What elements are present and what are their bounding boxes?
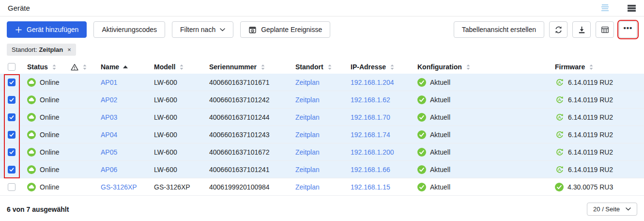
device-name-link[interactable]: GS-3126XP [101, 183, 137, 191]
column-header-alerts[interactable] [65, 63, 95, 71]
column-label-firmware: Firmware [555, 63, 585, 71]
column-header-status[interactable]: Status [21, 63, 65, 71]
columns-config-button[interactable] [596, 21, 614, 38]
row-checkbox[interactable] [8, 113, 15, 121]
serial-cell: 4006601637101672 [203, 148, 290, 156]
device-name-link[interactable]: AP02 [101, 96, 117, 104]
column-header-config[interactable]: Konfiguration [412, 63, 549, 71]
row-checkbox[interactable] [8, 166, 15, 174]
site-link[interactable]: Zeitplan [295, 113, 320, 121]
firmware-auto-update-icon [555, 147, 564, 157]
refresh-button[interactable] [549, 21, 567, 38]
calendar-clock-icon [248, 26, 257, 34]
site-link[interactable]: Zeitplan [295, 96, 320, 104]
config-check-icon [417, 78, 426, 87]
chevron-down-icon [626, 207, 631, 211]
column-header-firmware[interactable]: Firmware [549, 63, 644, 71]
status-text: Online [40, 96, 59, 104]
site-link[interactable]: Zeitplan [295, 79, 320, 86]
row-checkbox[interactable] [8, 79, 15, 86]
table-row: Online GS-3126XP GS-3126XP 4006199920100… [0, 178, 644, 196]
devices-page: Geräte Gerät hinzufügen Aktivierungscode… [0, 0, 644, 221]
sort-icon[interactable] [82, 64, 87, 70]
model-cell: LW-600 [148, 148, 203, 156]
column-header-ip[interactable]: IP-Adresse [345, 63, 412, 71]
status-text: Online [40, 131, 59, 139]
activation-codes-button[interactable]: Aktivierungscodes [93, 21, 165, 38]
row-checkbox[interactable] [8, 131, 15, 139]
activation-codes-label: Aktivierungscodes [102, 26, 157, 33]
page-title: Geräte [8, 4, 30, 12]
device-name-link[interactable]: AP04 [101, 131, 117, 139]
device-name-link[interactable]: AP05 [101, 148, 117, 156]
device-name-link[interactable]: AP03 [101, 113, 117, 121]
sort-asc-icon[interactable] [123, 65, 128, 68]
device-name-link[interactable]: AP06 [101, 166, 117, 174]
scheduled-events-button[interactable]: Geplante Ereignisse [240, 21, 330, 38]
more-actions-button[interactable]: ••• [619, 21, 637, 38]
firmware-auto-update-icon [555, 165, 564, 174]
list-view-icon[interactable] [600, 4, 610, 12]
page-size-value: 20 / Seite [593, 205, 620, 213]
row-checkbox[interactable] [8, 96, 15, 104]
table-view-icon[interactable] [627, 4, 636, 12]
table-header-row: Status Name Modell Seriennummer Standort [0, 60, 644, 74]
column-header-model[interactable]: Modell [148, 63, 203, 71]
ip-link[interactable]: 192.168.1.200 [351, 148, 394, 156]
plus-icon [15, 26, 22, 33]
create-table-view-label: Tabellenansicht erstellen [462, 26, 536, 33]
create-table-view-button[interactable]: Tabellenansicht erstellen [454, 21, 544, 38]
export-download-button[interactable] [572, 21, 591, 38]
column-header-name[interactable]: Name [95, 63, 148, 71]
device-name-link[interactable]: AP01 [101, 79, 117, 86]
firmware-up-to-date-icon [555, 183, 564, 191]
ip-link[interactable]: 192.168.1.62 [351, 96, 390, 104]
config-check-icon [417, 148, 426, 157]
config-text: Aktuell [430, 183, 450, 191]
download-icon [577, 25, 586, 34]
ip-link[interactable]: 192.168.1.204 [351, 79, 394, 86]
status-text: Online [40, 79, 59, 86]
sort-icon[interactable] [390, 64, 395, 70]
site-link[interactable]: Zeitplan [295, 148, 320, 156]
filter-chip-standort: Standort: Zeitplan × [7, 44, 76, 56]
config-check-icon [417, 165, 426, 174]
ip-link[interactable]: 192.168.1.74 [351, 131, 390, 139]
firmware-text: 6.14.0119 RU2 [568, 166, 613, 174]
model-cell: LW-600 [148, 79, 203, 86]
config-text: Aktuell [430, 131, 450, 139]
ip-link[interactable]: 192.168.1.15 [351, 183, 390, 191]
selection-summary: 6 von 7 ausgewählt [7, 205, 69, 213]
site-link[interactable]: Zeitplan [295, 183, 320, 191]
column-label-config: Konfiguration [417, 63, 462, 71]
table-row: Online AP06 LW-600 4006601637101241 Zeit… [0, 161, 644, 178]
firmware-auto-update-icon [555, 112, 564, 122]
remove-filter-icon[interactable]: × [67, 47, 71, 53]
row-checkbox[interactable] [8, 148, 15, 156]
page-size-select[interactable]: 20 / Seite [587, 203, 637, 216]
online-cloud-icon [27, 95, 36, 104]
config-text: Aktuell [430, 113, 450, 121]
ip-link[interactable]: 192.168.1.70 [351, 113, 390, 121]
sort-icon[interactable] [261, 64, 265, 70]
column-header-serial[interactable]: Seriennummer [203, 63, 290, 71]
firmware-text: 6.14.0119 RU2 [568, 96, 613, 104]
sort-icon[interactable] [589, 64, 594, 70]
site-link[interactable]: Zeitplan [295, 131, 320, 139]
site-link[interactable]: Zeitplan [295, 166, 320, 174]
row-checkbox[interactable] [8, 183, 15, 191]
ip-link[interactable]: 192.168.1.66 [351, 166, 390, 174]
firmware-text: 6.14.0119 RU2 [568, 148, 613, 156]
column-header-site[interactable]: Standort [290, 63, 345, 71]
filter-by-button[interactable]: Filtern nach [172, 21, 233, 38]
sort-icon[interactable] [179, 64, 184, 70]
column-label-ip: IP-Adresse [351, 63, 386, 71]
select-all-checkbox[interactable] [8, 63, 15, 71]
config-text: Aktuell [430, 79, 450, 86]
online-cloud-icon [27, 183, 36, 191]
add-device-label: Gerät hinzufügen [27, 26, 78, 33]
sort-icon[interactable] [52, 64, 57, 70]
add-device-button[interactable]: Gerät hinzufügen [7, 21, 87, 38]
sort-icon[interactable] [466, 64, 471, 70]
sort-icon[interactable] [327, 64, 332, 70]
